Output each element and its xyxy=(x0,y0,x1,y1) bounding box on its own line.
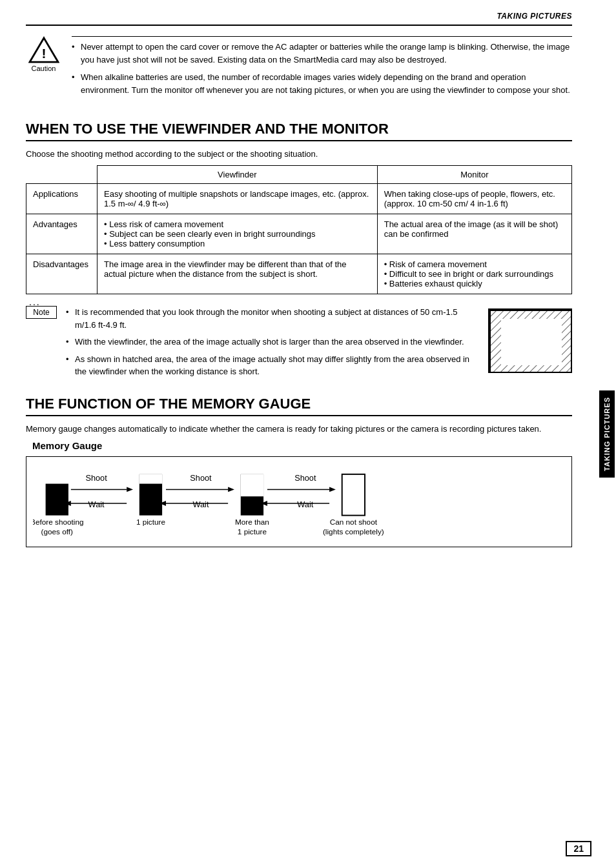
note-item-3: As shown in hatched area, the area of th… xyxy=(66,353,478,378)
table-row-disadvantages: Disadvantages The image area in the view… xyxy=(26,254,572,294)
page-number: 21 xyxy=(566,841,591,856)
svg-text:(lights completely): (lights completely) xyxy=(323,527,384,536)
table-header-monitor: Monitor xyxy=(377,166,571,184)
caution-section: ! Caution Never attempt to open the card… xyxy=(26,36,572,108)
gauge-diagram-container: Shoot Wait Shoot Wait xyxy=(26,456,572,547)
caution-item-1: Never attempt to open the card cover or … xyxy=(72,41,572,66)
viewfinder-section-heading: WHEN TO USE THE VIEWFINDER AND THE MONIT… xyxy=(26,121,572,141)
row-viewfinder-advantages: • Less risk of camera movement • Subject… xyxy=(98,214,378,254)
svg-rect-30 xyxy=(342,474,365,515)
svg-rect-23 xyxy=(241,474,263,496)
side-tab: TAKING PICTURES xyxy=(598,0,616,868)
row-label-disadvantages: Disadvantages xyxy=(26,254,98,294)
note-item-1: It is recommended that you look through … xyxy=(66,306,478,331)
svg-text:Can not shoot: Can not shoot xyxy=(330,518,378,526)
svg-text:(goes off): (goes off) xyxy=(41,527,74,536)
svg-text:Shoot: Shoot xyxy=(190,472,212,482)
row-label-applications: Applications xyxy=(26,184,98,214)
svg-text:Before shooting: Before shooting xyxy=(33,518,83,526)
memory-gauge-section: Memory Gauge Shoot Wait xyxy=(26,440,572,547)
hatched-diagram xyxy=(488,308,572,373)
note-item-2: With the viewfinder, the area of the ima… xyxy=(66,336,478,348)
memory-gauge-subheading: Memory Gauge xyxy=(32,440,572,451)
caution-triangle-icon: ! xyxy=(28,36,59,63)
svg-text:Wait: Wait xyxy=(192,499,209,509)
svg-text:1 picture: 1 picture xyxy=(136,518,166,526)
svg-marker-10 xyxy=(127,487,133,492)
memory-gauge-subtext: Memory gauge changes automatically to in… xyxy=(26,424,572,434)
svg-text:Wait: Wait xyxy=(297,499,313,509)
row-label-advantages: Advantages xyxy=(26,214,98,254)
table-row-applications: Applications Easy shooting of multiple s… xyxy=(26,184,572,214)
svg-text:More than: More than xyxy=(235,518,269,526)
svg-text:!: ! xyxy=(41,46,46,61)
note-badge: Note xyxy=(26,306,57,319)
table-header-empty xyxy=(26,166,98,184)
row-monitor-applications: When taking close-ups of people, flowers… xyxy=(377,184,571,214)
note-content: It is recommended that you look through … xyxy=(66,306,572,383)
caution-icon: ! Caution xyxy=(26,36,61,72)
row-monitor-disadvantages: • Risk of camera movement • Difficult to… xyxy=(377,254,571,294)
row-monitor-advantages: The actual area of the image (as it will… xyxy=(377,214,571,254)
row-viewfinder-disadvantages: The image area in the viewfinder may be … xyxy=(98,254,378,294)
svg-text:Wait: Wait xyxy=(88,499,105,509)
table-header-viewfinder: Viewfinder xyxy=(98,166,378,184)
svg-rect-15 xyxy=(139,474,162,483)
caution-text: Never attempt to open the card cover or … xyxy=(72,36,572,101)
svg-text:Shoot: Shoot xyxy=(85,472,107,482)
caution-label: Caution xyxy=(32,65,56,72)
note-section: Note It is recommended that you look thr… xyxy=(26,306,572,383)
memory-gauge-heading: THE FUNCTION OF THE MEMORY GAUGE xyxy=(26,396,572,416)
table-row-advantages: Advantages • Less risk of camera movemen… xyxy=(26,214,572,254)
side-tab-label: TAKING PICTURES xyxy=(599,390,615,478)
row-viewfinder-applications: Easy shooting of multiple snapshots or l… xyxy=(98,184,378,214)
svg-rect-7 xyxy=(46,483,68,515)
comparison-table: Viewfinder Monitor Applications Easy sho… xyxy=(26,165,572,294)
page-header-title: TAKING PICTURES xyxy=(26,12,572,26)
svg-text:Shoot: Shoot xyxy=(294,472,316,482)
svg-marker-18 xyxy=(228,487,234,492)
gauge-diagram-svg: Shoot Wait Shoot Wait xyxy=(33,467,565,538)
caution-item-2: When alkaline batteries are used, the nu… xyxy=(72,71,572,96)
viewfinder-section-subtext: Choose the shooting method according to … xyxy=(26,149,572,159)
svg-text:1 picture: 1 picture xyxy=(238,527,267,536)
svg-marker-26 xyxy=(329,487,336,492)
svg-rect-6 xyxy=(501,319,562,365)
